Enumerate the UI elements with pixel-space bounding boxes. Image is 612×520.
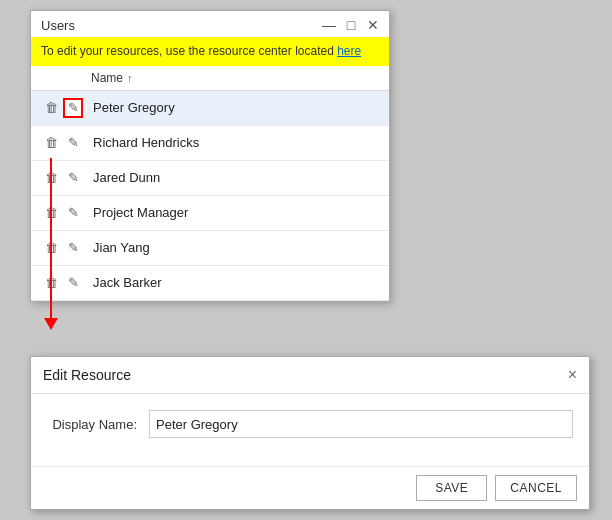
- save-button[interactable]: SAVE: [416, 475, 487, 501]
- info-banner-link[interactable]: here: [337, 44, 361, 58]
- table-row[interactable]: 🗑 ✎ Project Manager: [31, 196, 389, 231]
- edit-button[interactable]: ✎: [63, 203, 83, 223]
- arrow-line: [50, 158, 52, 318]
- edit-button[interactable]: ✎: [63, 168, 83, 188]
- column-name-label: Name: [91, 71, 123, 85]
- edit-button[interactable]: ✎: [63, 238, 83, 258]
- row-actions: 🗑 ✎: [41, 98, 85, 118]
- cancel-button[interactable]: CANCEL: [495, 475, 577, 501]
- info-banner-text: To edit your resources, use the resource…: [41, 44, 337, 58]
- user-name: Peter Gregory: [93, 100, 175, 115]
- user-name: Jared Dunn: [93, 170, 160, 185]
- delete-button[interactable]: 🗑: [41, 133, 61, 153]
- edit-button[interactable]: ✎: [63, 133, 83, 153]
- users-window: Users — □ ✕ To edit your resources, use …: [30, 10, 390, 302]
- user-name: Jian Yang: [93, 240, 150, 255]
- user-name: Project Manager: [93, 205, 188, 220]
- display-name-label: Display Name:: [47, 417, 137, 432]
- edit-button[interactable]: ✎: [63, 273, 83, 293]
- user-list: 🗑 ✎ Peter Gregory 🗑 ✎ Richard Hendricks …: [31, 91, 389, 301]
- table-row[interactable]: 🗑 ✎ Peter Gregory: [31, 91, 389, 126]
- edit-resource-dialog: Edit Resource × Display Name: SAVE CANCE…: [30, 356, 590, 510]
- column-header[interactable]: Name ↑: [31, 66, 389, 91]
- maximize-button[interactable]: □: [343, 17, 359, 33]
- dialog-title: Edit Resource: [43, 367, 131, 383]
- delete-button[interactable]: 🗑: [41, 98, 61, 118]
- arrow-head: [44, 318, 58, 330]
- table-row[interactable]: 🗑 ✎ Jack Barker: [31, 266, 389, 301]
- info-banner: To edit your resources, use the resource…: [31, 37, 389, 66]
- row-actions: 🗑 ✎: [41, 133, 85, 153]
- minimize-button[interactable]: —: [321, 17, 337, 33]
- user-name: Jack Barker: [93, 275, 162, 290]
- dialog-close-button[interactable]: ×: [568, 367, 577, 383]
- edit-button[interactable]: ✎: [63, 98, 83, 118]
- table-row[interactable]: 🗑 ✎ Jian Yang: [31, 231, 389, 266]
- dialog-body: Display Name:: [31, 394, 589, 466]
- close-button[interactable]: ✕: [365, 17, 381, 33]
- display-name-row: Display Name:: [47, 410, 573, 438]
- red-arrow: [44, 158, 58, 330]
- display-name-input[interactable]: [149, 410, 573, 438]
- table-row[interactable]: 🗑 ✎ Richard Hendricks: [31, 126, 389, 161]
- dialog-header: Edit Resource ×: [31, 357, 589, 394]
- window-title: Users: [41, 18, 75, 33]
- sort-arrow-icon: ↑: [127, 72, 133, 84]
- titlebar-controls: — □ ✕: [321, 17, 381, 33]
- dialog-footer: SAVE CANCEL: [31, 466, 589, 509]
- user-name: Richard Hendricks: [93, 135, 199, 150]
- window-titlebar: Users — □ ✕: [31, 11, 389, 37]
- table-row[interactable]: 🗑 ✎ Jared Dunn: [31, 161, 389, 196]
